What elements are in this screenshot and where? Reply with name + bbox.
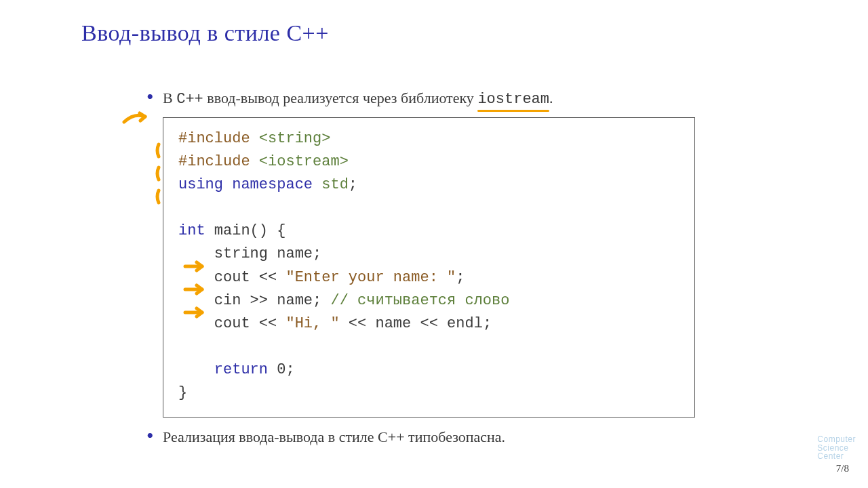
bullet-item-1: • В C++ ввод-вывод реализуется через биб… <box>81 87 787 110</box>
code-l6: string name; <box>178 245 321 262</box>
csc-logo: Computer Science Center <box>817 435 856 461</box>
code-l9-c: << name << endl; <box>340 315 492 332</box>
code-l5-main: main() { <box>205 222 286 239</box>
code-l8-comment: // считывается слово <box>330 292 509 309</box>
code-l11-zero: 0; <box>268 361 295 378</box>
bullet-item-2: • Реализация ввода-вывода в стиле C++ ти… <box>81 426 787 448</box>
bullet-1-lib: iostream <box>477 88 549 110</box>
bullet-2-text: Реализация ввода-вывода в стиле C++ типо… <box>163 428 505 445</box>
code-l7-str: "Enter your name: " <box>285 269 456 286</box>
code-l9-str: "Hi, " <box>285 315 339 332</box>
csc-logo-l3: Center <box>817 452 856 461</box>
code-l3-semi: ; <box>349 176 357 193</box>
bullet-1-text-mid: ввод-вывод реализуется через библиотеку <box>203 89 478 106</box>
code-l5-int: int <box>178 222 205 239</box>
bullet-dot-icon: • <box>146 428 154 444</box>
code-l2-header: <iostream> <box>250 153 349 170</box>
bullet-dot-icon: • <box>146 89 154 105</box>
code-l7-c: ; <box>456 269 465 286</box>
csc-logo-l1: Computer <box>817 435 856 444</box>
code-l12: } <box>178 384 187 401</box>
bullet-1-text-end: . <box>549 89 553 106</box>
code-l11-return: return <box>214 361 268 378</box>
code-l3-using: using <box>178 176 223 193</box>
bullet-list: • В C++ ввод-вывод реализуется через биб… <box>81 87 787 448</box>
code-l9-a: cout << <box>178 315 285 332</box>
code-l7-a: cout << <box>178 269 285 286</box>
slide: Ввод-вывод в стиле C++ • В C++ ввод-выво… <box>0 0 868 488</box>
bullet-1-text-pre: В <box>163 89 176 106</box>
code-l11-indent <box>178 361 214 378</box>
code-l3-namespace: namespace <box>223 176 313 193</box>
code-l3-std: std <box>313 176 349 193</box>
page-counter: 7/8 <box>836 463 849 474</box>
slide-title: Ввод-вывод в стиле C++ <box>81 20 787 46</box>
code-l2-include: #include <box>178 153 250 170</box>
code-block: #include <string> #include <iostream> us… <box>163 117 695 418</box>
code-l1-header: <string> <box>250 130 331 147</box>
code-l8-a: cin >> name; <box>178 292 330 309</box>
bullet-1-cpp: C++ <box>176 91 203 108</box>
code-l1-include: #include <box>178 130 250 147</box>
